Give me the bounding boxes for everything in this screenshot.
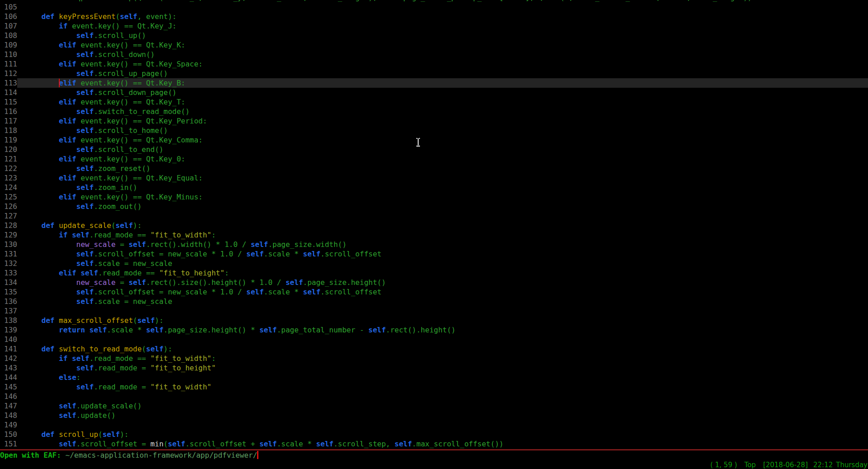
line-number: 115 bbox=[0, 97, 17, 107]
code-line[interactable]: 113 elif event.key() == Qt.Key_B: bbox=[0, 78, 868, 88]
line-number: 147 bbox=[0, 401, 17, 411]
code-line[interactable]: 126 self.zoom_out() bbox=[0, 202, 868, 211]
code-line[interactable]: 143 self.read_mode = "fit_to_height" bbox=[0, 363, 868, 373]
code-text: self.scroll_down_page() bbox=[17, 88, 868, 97]
code-line[interactable]: 107 if event.key() == Qt.Key_J: bbox=[0, 21, 868, 31]
line-number: 119 bbox=[0, 135, 17, 145]
code-line[interactable]: 124 self.zoom_in() bbox=[0, 183, 868, 192]
code-line[interactable]: 119 elif event.key() == Qt.Key_Comma: bbox=[0, 135, 868, 145]
code-line[interactable]: 123 elif event.key() == Qt.Key_Equal: bbox=[0, 173, 868, 183]
code-line[interactable]: 127 bbox=[0, 211, 868, 221]
code-text: def max_scroll_offset(self): bbox=[17, 316, 868, 325]
line-number: 129 bbox=[0, 230, 17, 240]
minibuffer[interactable]: Open with EAF: ~/emacs-application-frame… bbox=[0, 450, 868, 461]
code-text bbox=[17, 392, 868, 401]
editor-buffer[interactable]: 104 qp.drawPixmap(QRect(render_x, render… bbox=[0, 0, 868, 449]
line-number: 107 bbox=[0, 21, 17, 31]
line-number: 131 bbox=[0, 249, 17, 259]
code-line[interactable]: 136 self.scale = new_scale bbox=[0, 297, 868, 306]
line-number: 136 bbox=[0, 297, 17, 306]
code-text: elif event.key() == Qt.Key_Equal: bbox=[17, 173, 868, 183]
code-line[interactable]: 137 bbox=[0, 306, 868, 316]
code-text: elif event.key() == Qt.Key_Period: bbox=[17, 116, 868, 126]
minibuffer-caret bbox=[257, 451, 258, 459]
code-text: self.zoom_reset() bbox=[17, 164, 868, 173]
code-line[interactable]: 112 self.scroll_up_page() bbox=[0, 69, 868, 78]
code-line[interactable]: 133 elif self.read_mode == "fit_to_heigh… bbox=[0, 268, 868, 278]
code-line[interactable]: 108 self.scroll_up() bbox=[0, 31, 868, 40]
minibuffer-input[interactable]: ~/emacs-application-framework/app/pdfvie… bbox=[66, 451, 258, 460]
line-number: 124 bbox=[0, 183, 17, 192]
code-line[interactable]: 141 def switch_to_read_mode(self): bbox=[0, 344, 868, 354]
code-line[interactable]: 105 bbox=[0, 2, 868, 12]
code-line[interactable]: 120 self.scroll_to_end() bbox=[0, 145, 868, 154]
code-line[interactable]: 134 new_scale = self.rect().size().heigh… bbox=[0, 278, 868, 287]
code-text bbox=[17, 335, 868, 344]
code-line[interactable]: 146 bbox=[0, 392, 868, 401]
code-line[interactable]: 148 self.update() bbox=[0, 411, 868, 420]
code-line[interactable]: 118 self.scroll_to_home() bbox=[0, 126, 868, 135]
status-date: [2018-06-28] bbox=[763, 461, 808, 469]
code-text: elif event.key() == Qt.Key_0: bbox=[17, 154, 868, 164]
line-number: 128 bbox=[0, 221, 17, 230]
text-caret bbox=[59, 79, 60, 87]
code-line[interactable]: 114 self.scroll_down_page() bbox=[0, 88, 868, 97]
code-line[interactable]: 128 def update_scale(self): bbox=[0, 221, 868, 230]
line-number: 143 bbox=[0, 363, 17, 373]
line-number: 123 bbox=[0, 173, 17, 183]
code-text: self.scale = new_scale bbox=[17, 297, 868, 306]
code-text: if event.key() == Qt.Key_J: bbox=[17, 21, 868, 31]
code-line[interactable]: 130 new_scale = self.rect().width() * 1.… bbox=[0, 240, 868, 249]
code-text: self.scroll_to_home() bbox=[17, 126, 868, 135]
code-text: def scroll_up(self): bbox=[17, 430, 868, 439]
code-line[interactable]: 145 self.read_mode = "fit_to_width" bbox=[0, 382, 868, 392]
code-line[interactable]: 106 def keyPressEvent(self, event): bbox=[0, 12, 868, 21]
line-number: 137 bbox=[0, 306, 17, 316]
code-line[interactable]: 121 elif event.key() == Qt.Key_0: bbox=[0, 154, 868, 164]
code-text: else: bbox=[17, 373, 868, 382]
code-text: self.read_mode = "fit_to_width" bbox=[17, 382, 868, 392]
line-number: 145 bbox=[0, 382, 17, 392]
line-number: 146 bbox=[0, 392, 17, 401]
line-number: 139 bbox=[0, 325, 17, 335]
line-number: 141 bbox=[0, 344, 17, 354]
line-number: 114 bbox=[0, 88, 17, 97]
code-line[interactable]: 140 bbox=[0, 335, 868, 344]
line-number: 134 bbox=[0, 278, 17, 287]
code-line[interactable]: 125 elif event.key() == Qt.Key_Minus: bbox=[0, 192, 868, 202]
code-line[interactable]: 116 self.switch_to_read_mode() bbox=[0, 107, 868, 116]
line-number: 120 bbox=[0, 145, 17, 154]
code-line[interactable]: 131 self.scroll_offset = new_scale * 1.0… bbox=[0, 249, 868, 259]
code-text: def keyPressEvent(self, event): bbox=[17, 12, 868, 21]
code-text: elif self.read_mode == "fit_to_height": bbox=[17, 268, 868, 278]
code-line[interactable]: 111 elif event.key() == Qt.Key_Space: bbox=[0, 59, 868, 69]
code-text: new_scale = self.rect().size().height() … bbox=[17, 278, 868, 287]
code-text: elif event.key() == Qt.Key_T: bbox=[17, 97, 868, 107]
line-number: 150 bbox=[0, 430, 17, 439]
code-line[interactable]: 110 self.scroll_down() bbox=[0, 50, 868, 59]
code-line[interactable]: 150 def scroll_up(self): bbox=[0, 430, 868, 439]
code-text: self.zoom_in() bbox=[17, 183, 868, 192]
line-number: 109 bbox=[0, 40, 17, 50]
line-number: 130 bbox=[0, 240, 17, 249]
code-line[interactable]: 138 def max_scroll_offset(self): bbox=[0, 316, 868, 325]
code-line[interactable]: 129 if self.read_mode == "fit_to_width": bbox=[0, 230, 868, 240]
code-line[interactable]: 117 elif event.key() == Qt.Key_Period: bbox=[0, 116, 868, 126]
scroll-indicator: Top bbox=[744, 461, 756, 469]
line-number: 117 bbox=[0, 116, 17, 126]
code-line[interactable]: 151 self.scroll_offset = min(self.scroll… bbox=[0, 439, 868, 449]
code-line[interactable]: 149 bbox=[0, 420, 868, 430]
line-number: 138 bbox=[0, 316, 17, 325]
code-text bbox=[17, 420, 868, 430]
code-text: elif event.key() == Qt.Key_B: bbox=[17, 78, 868, 88]
code-line[interactable]: 144 else: bbox=[0, 373, 868, 382]
code-line[interactable]: 115 elif event.key() == Qt.Key_T: bbox=[0, 97, 868, 107]
code-line[interactable]: 109 elif event.key() == Qt.Key_K: bbox=[0, 40, 868, 50]
code-line[interactable]: 147 self.update_scale() bbox=[0, 401, 868, 411]
code-line[interactable]: 135 self.scroll_offset = new_scale * 1.0… bbox=[0, 287, 868, 297]
code-line[interactable]: 142 if self.read_mode == "fit_to_width": bbox=[0, 354, 868, 363]
line-number: 135 bbox=[0, 287, 17, 297]
code-line[interactable]: 132 self.scale = new_scale bbox=[0, 259, 868, 268]
code-line[interactable]: 139 return self.scale * self.page_size.h… bbox=[0, 325, 868, 335]
code-line[interactable]: 122 self.zoom_reset() bbox=[0, 164, 868, 173]
